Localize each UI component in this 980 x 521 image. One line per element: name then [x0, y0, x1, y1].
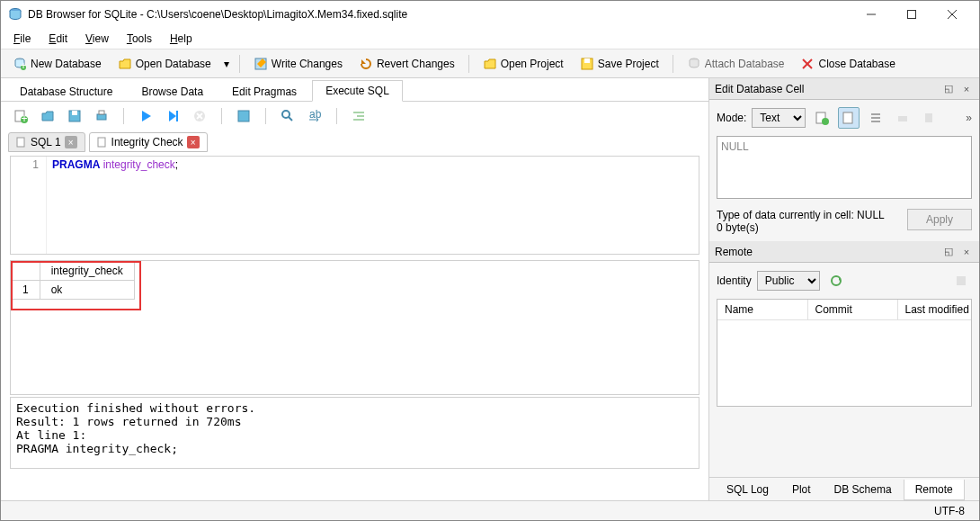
open-database-label: Open Database	[136, 58, 211, 70]
svg-rect-2	[907, 11, 915, 19]
tab-edit-pragmas[interactable]: Edit Pragmas	[218, 81, 310, 102]
svg-rect-20	[99, 111, 104, 114]
tab-sql-log[interactable]: SQL Log	[715, 480, 780, 500]
result-header[interactable]: integrity_check	[40, 262, 134, 281]
undock-icon[interactable]: ◱	[941, 82, 956, 96]
print-button[interactable]	[91, 105, 112, 127]
save-project-icon	[580, 57, 594, 71]
save-sql-button[interactable]	[64, 105, 85, 127]
result-cell[interactable]: ok	[40, 281, 134, 300]
tab-remote[interactable]: Remote	[904, 480, 965, 500]
mode-select[interactable]: Text	[752, 108, 806, 128]
tab-plot[interactable]: Plot	[780, 480, 823, 500]
minimize-button[interactable]	[851, 2, 891, 27]
sql-editor[interactable]: 1 PRAGMA integrity_check;	[10, 156, 699, 255]
sql-tab-label: SQL 1	[31, 136, 61, 148]
editor-gutter: 1	[11, 157, 47, 254]
new-database-label: New Database	[31, 58, 102, 70]
sql-tab-integrity[interactable]: Integrity Check ×	[89, 132, 208, 152]
table-row[interactable]: 1 ok	[12, 281, 135, 300]
tab-browse-data[interactable]: Browse Data	[128, 81, 217, 102]
tab-database-structure[interactable]: Database Structure	[6, 81, 126, 102]
apply-button[interactable]: Apply	[907, 209, 972, 230]
find-button[interactable]	[277, 105, 298, 127]
svg-rect-33	[98, 138, 105, 147]
remote-col-last-modified[interactable]: Last modified	[897, 300, 972, 320]
open-database-button[interactable]: Open Database	[111, 53, 218, 75]
close-panel-icon[interactable]: ×	[959, 82, 974, 96]
find-replace-button[interactable]: ab	[304, 105, 325, 127]
refresh-remote-icon[interactable]	[825, 270, 847, 292]
save-project-label: Save Project	[598, 58, 659, 70]
separator	[239, 55, 240, 73]
menu-view[interactable]: View	[76, 30, 118, 48]
svg-rect-43	[957, 276, 966, 285]
remote-table[interactable]: Name Commit Last modified	[717, 299, 972, 407]
execute-line-button[interactable]	[162, 105, 183, 127]
remote-title: Remote	[715, 246, 753, 258]
result-corner	[12, 262, 40, 281]
close-button[interactable]	[931, 2, 972, 27]
menu-tools[interactable]: Tools	[118, 30, 161, 48]
editor-content[interactable]: PRAGMA integrity_check;	[47, 157, 699, 254]
execute-button[interactable]	[135, 105, 156, 127]
sql-keyword: PRAGMA	[52, 158, 100, 171]
remote-col-commit[interactable]: Commit	[807, 300, 897, 320]
attach-database-button[interactable]: Attach Database	[681, 53, 791, 75]
remote-panel-header: Remote ◱ ×	[709, 241, 979, 263]
remote-col-name[interactable]: Name	[717, 300, 807, 320]
open-database-dropdown[interactable]: ▾	[221, 58, 232, 70]
close-panel-icon[interactable]: ×	[959, 245, 974, 259]
stop-button[interactable]	[189, 105, 210, 127]
undock-icon[interactable]: ◱	[941, 245, 956, 259]
menu-edit[interactable]: Edit	[40, 30, 76, 48]
close-tab-icon[interactable]: ×	[65, 136, 77, 148]
close-database-button[interactable]: Close Database	[794, 53, 901, 75]
svg-rect-19	[97, 114, 106, 120]
maximize-button[interactable]	[891, 2, 931, 27]
more-icon[interactable]: »	[966, 112, 972, 124]
close-tab-icon[interactable]: ×	[187, 136, 200, 148]
null-icon[interactable]	[865, 107, 886, 129]
attach-database-label: Attach Database	[705, 58, 785, 70]
open-sql-button[interactable]	[37, 105, 58, 127]
import-icon[interactable]	[811, 107, 833, 129]
save-project-button[interactable]: Save Project	[574, 53, 665, 75]
separator	[221, 108, 222, 124]
print-cell-icon[interactable]	[892, 107, 913, 129]
copy-cell-icon[interactable]	[919, 107, 940, 129]
new-sql-tab-button[interactable]: +	[10, 105, 31, 127]
execution-log[interactable]: Execution finished without errors. Resul…	[10, 397, 699, 469]
menu-help[interactable]: Help	[161, 30, 201, 48]
main-toolbar: + New Database Open Database ▾ Write Cha…	[1, 49, 979, 78]
result-rownum: 1	[12, 281, 40, 300]
write-changes-button[interactable]: Write Changes	[247, 53, 349, 75]
save-results-button[interactable]	[233, 105, 254, 127]
separator	[265, 108, 266, 124]
identity-select[interactable]: Public	[757, 271, 820, 291]
svg-text:+: +	[21, 112, 27, 124]
app-icon	[8, 7, 22, 22]
svg-rect-32	[17, 138, 24, 147]
cell-value-textarea[interactable]	[717, 136, 972, 199]
open-database-icon	[118, 57, 132, 71]
cell-size-info: 0 byte(s)	[717, 221, 885, 234]
main-tabs: Database Structure Browse Data Edit Prag…	[1, 78, 708, 102]
svg-point-26	[282, 111, 290, 118]
separator	[673, 55, 673, 73]
push-remote-icon[interactable]	[950, 270, 972, 292]
write-changes-label: Write Changes	[272, 58, 343, 70]
sql-tab-1[interactable]: SQL 1 ×	[8, 132, 85, 152]
open-project-button[interactable]: Open Project	[477, 53, 570, 75]
result-grid[interactable]: integrity_check 1 ok	[10, 260, 699, 395]
indent-button[interactable]	[348, 105, 370, 127]
menu-file[interactable]: File	[4, 30, 40, 48]
tab-db-schema[interactable]: DB Schema	[823, 480, 904, 500]
export-icon[interactable]	[838, 107, 860, 129]
revert-changes-button[interactable]: Revert Changes	[352, 53, 461, 75]
identity-label: Identity	[717, 274, 752, 287]
svg-rect-18	[72, 111, 77, 115]
new-database-button[interactable]: + New Database	[6, 53, 108, 75]
tab-execute-sql[interactable]: Execute SQL	[312, 80, 403, 102]
encoding-label: UTF-8	[934, 505, 965, 517]
